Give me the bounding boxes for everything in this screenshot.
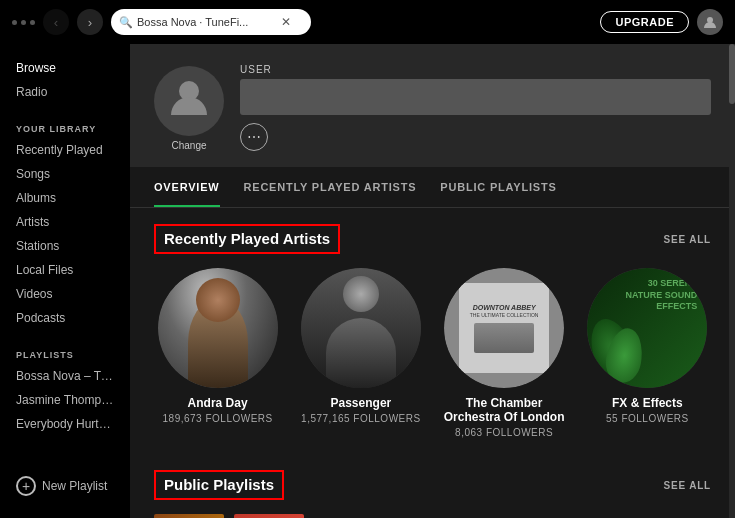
profile-icon — [167, 75, 211, 127]
search-input[interactable]: Bossa Nova · TuneFi... — [137, 16, 277, 28]
public-playlists-see-all[interactable]: SEE ALL — [664, 480, 711, 491]
public-playlists-section: Public Playlists SEE ALL — [130, 454, 735, 518]
chamber-orchestra-name: The Chamber Orchestra Of London — [441, 396, 568, 424]
artist-card-chamber-orchestra[interactable]: DOWNTON ABBEY THE ULTIMATE COLLECTION Th… — [441, 268, 568, 438]
content-area: Change USER Jasmine Zhang ⋯ OVERVIEW REC… — [130, 44, 735, 518]
profile-area: Change USER Jasmine Zhang ⋯ — [130, 44, 735, 167]
artist-card-fx-effects[interactable]: 30 SERENENATURE SOUNDEFFECTS FX & Effect… — [584, 268, 711, 438]
dot3 — [30, 20, 35, 25]
sidebar: Browse Radio YOUR LIBRARY Recently Playe… — [0, 44, 130, 518]
recently-played-title-box: Recently Played Artists — [154, 224, 340, 254]
avatar-circle — [154, 66, 224, 136]
recently-played-section: Recently Played Artists SEE ALL Andra Da… — [130, 208, 735, 454]
sidebar-item-songs[interactable]: Songs — [0, 162, 130, 186]
sidebar-item-podcasts[interactable]: Podcasts — [0, 306, 130, 330]
artists-row: Andra Day 189,673 FOLLOWERS Passenger 1,… — [154, 268, 711, 438]
playlists-label: PLAYLISTS — [0, 342, 130, 364]
fx-effects-followers: 55 FOLLOWERS — [606, 413, 689, 424]
sidebar-item-radio[interactable]: Radio — [0, 80, 130, 104]
main-layout: Browse Radio YOUR LIBRARY Recently Playe… — [0, 44, 735, 518]
search-bar[interactable]: 🔍 Bossa Nova · TuneFi... ✕ — [111, 9, 311, 35]
tab-public-playlists[interactable]: PUBLIC PLAYLISTS — [440, 167, 556, 207]
fx-effects-name: FX & Effects — [612, 396, 683, 410]
search-icon: 🔍 — [119, 16, 133, 29]
back-button[interactable]: ‹ — [43, 9, 69, 35]
sidebar-item-stations[interactable]: Stations — [0, 234, 130, 258]
playlist-thumb-2[interactable] — [234, 514, 304, 518]
more-options-button[interactable]: ⋯ — [240, 123, 268, 151]
scrollbar-track[interactable] — [729, 44, 735, 518]
andra-day-followers: 189,673 FOLLOWERS — [163, 413, 273, 424]
user-avatar-top[interactable] — [697, 9, 723, 35]
artist-card-passenger[interactable]: Passenger 1,577,165 FOLLOWERS — [297, 268, 424, 438]
new-playlist-label: New Playlist — [42, 479, 107, 493]
forward-button[interactable]: › — [77, 9, 103, 35]
tabs-bar: OVERVIEW RECENTLY PLAYED ARTISTS PUBLIC … — [130, 167, 735, 208]
chamber-orchestra-image: DOWNTON ABBEY THE ULTIMATE COLLECTION — [444, 268, 564, 388]
public-playlists-title: Public Playlists — [164, 476, 274, 493]
playlist-thumb-1[interactable] — [154, 514, 224, 518]
passenger-followers: 1,577,165 FOLLOWERS — [301, 413, 421, 424]
plus-icon: + — [16, 476, 36, 496]
andra-day-image — [158, 268, 278, 388]
chamber-orchestra-followers: 8,063 FOLLOWERS — [455, 427, 553, 438]
dot2 — [21, 20, 26, 25]
window-controls — [12, 20, 35, 25]
fx-effects-image: 30 SERENENATURE SOUNDEFFECTS — [587, 268, 707, 388]
sidebar-item-videos[interactable]: Videos — [0, 282, 130, 306]
change-avatar-button[interactable]: Change — [171, 140, 206, 151]
recently-played-header: Recently Played Artists SEE ALL — [154, 224, 711, 254]
tab-overview[interactable]: OVERVIEW — [154, 167, 220, 207]
profile-name: Jasmine Zhang — [240, 79, 711, 115]
sidebar-item-albums[interactable]: Albums — [0, 186, 130, 210]
passenger-image — [301, 268, 421, 388]
sidebar-item-playlist3[interactable]: Everybody Hurts – Ja... — [0, 412, 130, 436]
sidebar-item-local-files[interactable]: Local Files — [0, 258, 130, 282]
playlist-thumbs-row — [154, 514, 711, 518]
recently-played-see-all[interactable]: SEE ALL — [664, 234, 711, 245]
top-bar: ‹ › 🔍 Bossa Nova · TuneFi... ✕ UPGRADE — [0, 0, 735, 44]
dot1 — [12, 20, 17, 25]
tab-recently-played[interactable]: RECENTLY PLAYED ARTISTS — [244, 167, 417, 207]
artist-card-andra-day[interactable]: Andra Day 189,673 FOLLOWERS — [154, 268, 281, 438]
sidebar-item-playlist2[interactable]: Jasmine Thompson — [0, 388, 130, 412]
andra-day-img-placeholder — [158, 268, 278, 388]
sidebar-item-recently-played[interactable]: Recently Played — [0, 138, 130, 162]
public-playlists-title-box: Public Playlists — [154, 470, 284, 500]
your-library-label: YOUR LIBRARY — [0, 116, 130, 138]
avatar-wrap: Change — [154, 66, 224, 151]
public-playlists-header: Public Playlists SEE ALL — [154, 470, 711, 500]
scrollbar-thumb[interactable] — [729, 44, 735, 104]
sidebar-item-playlist1[interactable]: Bossa Nova – TuneFab... — [0, 364, 130, 388]
user-label: USER — [240, 64, 711, 75]
sidebar-item-artists[interactable]: Artists — [0, 210, 130, 234]
profile-info: USER Jasmine Zhang ⋯ — [240, 64, 711, 151]
upgrade-button[interactable]: UPGRADE — [600, 11, 689, 33]
recently-played-title: Recently Played Artists — [164, 230, 330, 247]
new-playlist-button[interactable]: + New Playlist — [0, 466, 130, 506]
close-icon[interactable]: ✕ — [281, 15, 291, 29]
passenger-name: Passenger — [331, 396, 392, 410]
sidebar-item-browse[interactable]: Browse — [0, 56, 130, 80]
andra-day-name: Andra Day — [188, 396, 248, 410]
